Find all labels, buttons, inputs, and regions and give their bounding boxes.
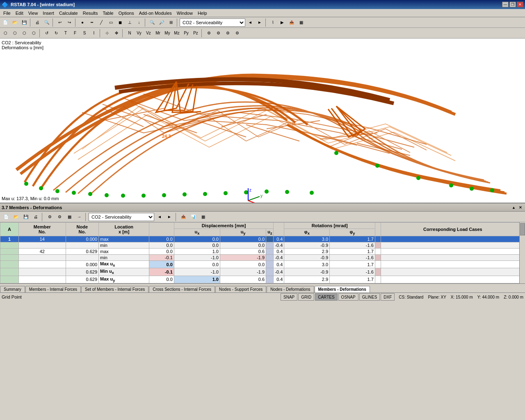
maximize-btn[interactable]: ❐ (509, 2, 516, 7)
animate-btn[interactable]: ▶ (278, 18, 287, 27)
rt-save-btn[interactable]: 💾 (21, 212, 30, 221)
table-row[interactable]: min 0.0 0.0 0.0 -0.4 -0.9 -1.6 (0, 242, 525, 249)
new-btn[interactable]: 📄 (1, 18, 10, 27)
pz-btn[interactable]: Pz (191, 29, 200, 38)
result2-btn[interactable]: ⚙ (214, 29, 223, 38)
vz-btn[interactable]: Vz (144, 29, 153, 38)
surface-btn[interactable]: ▭ (106, 18, 115, 27)
tab-nodes-deform[interactable]: Nodes - Deformations (267, 286, 314, 292)
solid-view-btn[interactable]: ⬡ (20, 29, 29, 38)
rt-new-btn[interactable]: 📄 (2, 212, 11, 221)
glines-btn[interactable]: GLINES (359, 293, 380, 301)
rt-next-btn[interactable]: ► (165, 212, 174, 221)
nav-next-btn[interactable]: ► (255, 18, 264, 27)
view-top[interactable]: T (61, 29, 70, 38)
result3-btn[interactable]: ⚙ (223, 29, 232, 38)
menu-window[interactable]: Window (174, 10, 195, 16)
results-close-btn[interactable]: ✕ (518, 205, 523, 210)
menu-edit[interactable]: Edit (13, 10, 26, 16)
result1-btn[interactable]: ⚙ (204, 29, 213, 38)
export-btn[interactable]: 📤 (287, 18, 296, 27)
mr-btn[interactable]: Mr (153, 29, 162, 38)
rt-prev-btn[interactable]: ◄ (155, 212, 164, 221)
tab-cross-sections[interactable]: Cross Sections - Internal Forces (149, 286, 215, 292)
save-btn[interactable]: 💾 (20, 18, 29, 27)
tab-set-members[interactable]: Set of Members - Internal Forces (81, 286, 148, 292)
rt-arrow-btn[interactable]: → (75, 212, 84, 221)
snap-btn[interactable]: SNAP (281, 293, 297, 301)
rt-export2-btn[interactable]: 📊 (189, 212, 198, 221)
rt-open-btn[interactable]: 📂 (11, 212, 21, 221)
vertical-scrollbar[interactable] (519, 222, 525, 283)
rt-export3-btn[interactable]: ▦ (199, 212, 208, 221)
load-btn[interactable]: ↓ (135, 18, 144, 27)
menu-help[interactable]: Help (195, 10, 210, 16)
rt-export1-btn[interactable]: 📤 (179, 212, 188, 221)
osnap-btn[interactable]: OSNAP (338, 293, 358, 301)
view-iso[interactable]: I (89, 29, 98, 38)
vy-btn[interactable]: Vy (135, 29, 144, 38)
node-disp-btn[interactable]: N (125, 29, 134, 38)
zoom-in-btn[interactable]: 🔍 (148, 18, 157, 27)
select-btn[interactable]: ⊹ (103, 29, 112, 38)
table-row[interactable]: 0.629 Max uy 0.0 1.0 0.6 0.4 2.9 1.7 (0, 276, 525, 283)
rt-col-btn[interactable]: ▦ (65, 212, 74, 221)
menu-view[interactable]: View (26, 10, 41, 16)
menu-table[interactable]: Table (100, 10, 116, 16)
rt-print-btn[interactable]: 🖨 (31, 212, 40, 221)
tab-summary[interactable]: Summary (0, 286, 25, 292)
member-btn[interactable]: ━ (87, 18, 96, 27)
move-btn[interactable]: ✥ (112, 29, 121, 38)
table-row[interactable]: 0.000 Max ux 0.0 0.0 0.0 0.4 3.0 1.7 (0, 261, 525, 268)
open-btn[interactable]: 📂 (10, 18, 19, 27)
results-collapse-btn[interactable]: ▲ (511, 205, 517, 210)
py-btn[interactable]: Py (182, 29, 191, 38)
table-btn[interactable]: ▦ (297, 18, 306, 27)
menu-addon[interactable]: Add-on Modules (137, 10, 174, 16)
table-row[interactable]: 0.629 Min ux -0.1 -1.0 -1.9 -0.4 -0.9 -1… (0, 268, 525, 276)
close-btn[interactable]: ✕ (517, 2, 523, 7)
support-btn[interactable]: ⊥ (125, 18, 134, 27)
results-table-container[interactable]: A MemberNo. NodeNo. Locationx [m] Displa… (0, 222, 525, 283)
menu-options[interactable]: Options (116, 10, 137, 16)
rt-loadcase-select[interactable]: CO2 - Serviceability (89, 213, 154, 221)
view-front[interactable]: F (71, 29, 80, 38)
mz-btn[interactable]: Mz (172, 29, 181, 38)
load-case-select[interactable]: CO2 - Serviceability (180, 18, 245, 27)
menu-insert[interactable]: Insert (40, 10, 57, 16)
table-row[interactable]: min -0.1 -1.0 -1.9 -0.4 -0.9 -1.6 (0, 255, 525, 261)
redo-btn[interactable]: ↪ (65, 18, 74, 27)
tab-members-internal[interactable]: Members - Internal Forces (25, 286, 81, 292)
menu-results[interactable]: Results (80, 10, 100, 16)
table-row[interactable]: 42 0.629 max 0.0 1.0 0.6 0.4 2.9 1.7 (0, 249, 525, 255)
wireframe-btn[interactable]: ⬡ (10, 29, 19, 38)
menu-file[interactable]: File (1, 10, 13, 16)
deform-btn[interactable]: ⌇ (268, 18, 277, 27)
print-prev-btn[interactable]: 🔍 (42, 18, 51, 27)
table-row[interactable]: 1 14 0.000 max 0.0 0.0 0.0 0.4 3.0 1.7 (0, 236, 525, 242)
rt-filter-btn[interactable]: ⚙ (45, 212, 54, 221)
menu-calculate[interactable]: Calculate (57, 10, 80, 16)
solid-btn[interactable]: ◼ (116, 18, 125, 27)
undo-btn[interactable]: ↩ (55, 18, 64, 27)
rot-right[interactable]: ↻ (52, 29, 61, 38)
tab-members-deform[interactable]: Members - Deformations (315, 286, 370, 292)
cartes-btn[interactable]: CARTES (315, 293, 337, 301)
view-side[interactable]: S (80, 29, 89, 38)
nav-prev-btn[interactable]: ◄ (246, 18, 255, 27)
viewport-area[interactable]: CO2 : Serviceability Deformations u [mm] (0, 39, 525, 203)
window-controls[interactable]: — ❐ ✕ (502, 2, 523, 7)
rt-sort-btn[interactable]: ⚙ (55, 212, 64, 221)
minimize-btn[interactable]: — (502, 2, 509, 7)
node-btn[interactable]: ● (78, 18, 87, 27)
grid-btn[interactable]: GRID (298, 293, 314, 301)
result4-btn[interactable]: ⚙ (233, 29, 242, 38)
line-btn[interactable]: ╱ (97, 18, 106, 27)
dxf-btn[interactable]: DXF (381, 293, 395, 301)
zoom-out-btn[interactable]: 🔎 (157, 18, 166, 27)
print-btn[interactable]: 🖨 (33, 18, 42, 27)
tab-nodes-support[interactable]: Nodes - Support Forces (215, 286, 266, 292)
zoom-all-btn[interactable]: ⊞ (167, 18, 176, 27)
my-btn[interactable]: My (163, 29, 172, 38)
render-btn[interactable]: ⬡ (29, 29, 38, 38)
